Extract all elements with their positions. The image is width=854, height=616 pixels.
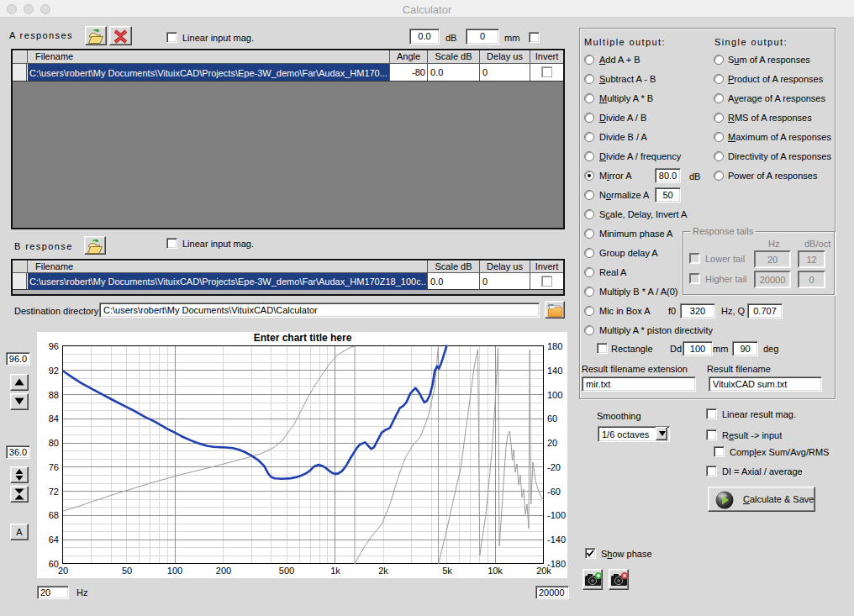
svg-text:50: 50 [122,566,132,576]
svg-text:100: 100 [167,566,182,576]
svg-text:-100: -100 [547,510,566,520]
svg-text:200: 200 [216,566,231,576]
svg-text:20k: 20k [536,566,551,576]
svg-text:96: 96 [49,341,59,351]
svg-text:76: 76 [49,462,59,472]
svg-text:2k: 2k [378,566,388,576]
svg-text:92: 92 [49,366,59,376]
svg-text:10k: 10k [488,566,503,576]
svg-text:88: 88 [49,390,59,400]
svg-text:20: 20 [547,438,557,448]
svg-text:-20: -20 [547,462,561,472]
svg-text:20: 20 [58,566,68,576]
svg-text:-60: -60 [547,487,561,497]
svg-text:180: 180 [547,341,562,351]
svg-text:84: 84 [49,413,59,424]
svg-text:-140: -140 [547,534,566,545]
svg-text:5k: 5k [442,566,452,576]
svg-text:500: 500 [279,566,294,576]
svg-text:Enter chart title here: Enter chart title here [254,332,352,344]
svg-text:1k: 1k [330,566,340,576]
svg-text:80: 80 [49,438,59,448]
svg-text:60: 60 [547,413,557,424]
svg-text:64: 64 [49,534,59,545]
svg-text:68: 68 [49,510,59,520]
svg-text:72: 72 [49,487,59,497]
svg-text:100: 100 [547,390,562,400]
svg-text:140: 140 [547,366,562,376]
